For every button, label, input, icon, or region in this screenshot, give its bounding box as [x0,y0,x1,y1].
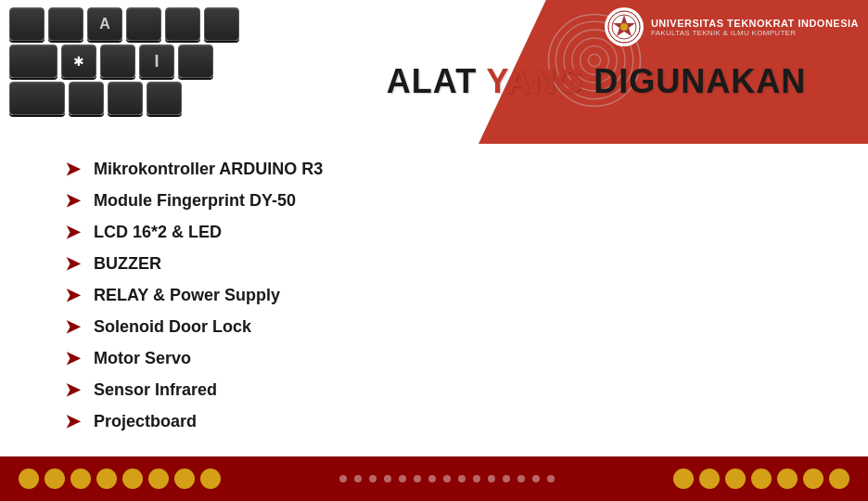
bottom-decoration-bar [0,456,868,501]
circle-2 [45,469,65,489]
dot-7 [428,475,436,482]
list-item: ➤ Mikrokontroller ARDUINO R3 [65,158,840,180]
circle-r7 [829,469,849,489]
list-item: ➤ Sensor Infrared [65,379,840,401]
list-item: ➤ BUZZER [65,252,840,275]
arrow-icon-4: ➤ [65,252,81,275]
list-item-7-text: Motor Servo [94,349,191,368]
circle-r4 [751,469,772,489]
dot-1 [339,475,347,482]
list-item: ➤ Motor Servo [65,347,840,369]
arrow-icon-1: ➤ [65,158,81,180]
circle-6 [148,469,169,489]
title-yang: YANG [486,62,583,100]
arrow-icon-6: ➤ [65,315,81,338]
university-logo: Universitas Teknokrat Indonesia Fakultas… [605,7,859,46]
list-item-8-text: Sensor Infrared [94,380,217,400]
university-emblem [605,7,644,46]
arrow-icon-2: ➤ [65,189,81,212]
list-item-4-text: BUZZER [94,254,161,274]
circle-4 [96,469,117,489]
dot-5 [399,475,406,482]
university-name: Universitas Teknokrat Indonesia [651,18,859,29]
arrow-icon-9: ➤ [65,410,81,432]
slide: A ✱ I [0,0,868,501]
circle-r3 [725,469,746,489]
dot-6 [414,475,421,482]
dot-15 [547,475,555,482]
list-item: ➤ Module Fingerprint DY-50 [65,189,840,212]
circle-r6 [803,469,823,489]
list-item-1-text: Mikrokontroller ARDUINO R3 [94,160,323,179]
university-faculty: Fakultas Teknik & Ilmu Komputer [651,29,859,37]
title-digunakan: DIGUNAKAN [583,62,806,100]
circle-r1 [673,469,694,489]
dot-10 [473,475,480,482]
list-item: ➤ LCD 16*2 & LED [65,221,840,243]
dot-2 [354,475,362,482]
list-item: ➤ Projectboard [65,410,840,432]
circle-8 [200,469,221,489]
list-item-5-text: RELAY & Power Supply [94,286,280,305]
circle-5 [122,469,143,489]
list-item: ➤ RELAY & Power Supply [65,284,840,306]
arrow-icon-7: ➤ [65,347,81,369]
slide-title: ALAT YANG DIGUNAKAN [387,62,806,101]
arrow-icon-3: ➤ [65,221,81,243]
circle-1 [19,469,39,489]
dot-8 [443,475,451,482]
dot-11 [488,475,495,482]
circle-3 [70,469,91,489]
arrow-icon-5: ➤ [65,284,81,306]
circle-r5 [777,469,798,489]
university-text: Universitas Teknokrat Indonesia Fakultas… [651,18,859,37]
dot-12 [503,475,510,482]
list-item-6-text: Solenoid Door Lock [94,317,251,337]
dot-4 [384,475,391,482]
list-item-2-text: Module Fingerprint DY-50 [94,191,296,211]
right-circle-group [673,469,849,489]
content-area: ➤ Mikrokontroller ARDUINO R3 ➤ Module Fi… [56,144,849,450]
list-item-3-text: LCD 16*2 & LED [94,223,222,242]
list-item: ➤ Solenoid Door Lock [65,315,840,338]
dot-3 [369,475,377,482]
left-circle-group [19,469,221,489]
title-alat: ALAT [387,62,487,100]
dot-13 [517,475,525,482]
dot-separator [221,475,673,482]
arrow-icon-8: ➤ [65,379,81,401]
dot-14 [532,475,540,482]
dot-9 [458,475,466,482]
circle-7 [174,469,195,489]
title-banner: ALAT YANG DIGUNAKAN [325,51,868,112]
svg-point-3 [620,23,628,31]
circle-r2 [699,469,720,489]
list-item-9-text: Projectboard [94,412,197,431]
